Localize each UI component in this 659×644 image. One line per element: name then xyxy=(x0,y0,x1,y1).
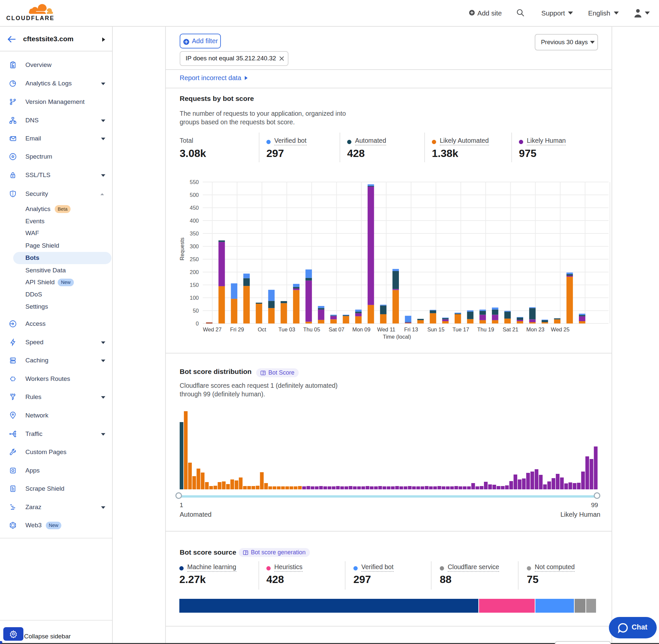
svg-text:50: 50 xyxy=(193,308,199,314)
svg-text:Tue 03: Tue 03 xyxy=(279,326,296,332)
svg-text:Sat 21: Sat 21 xyxy=(503,326,519,332)
svg-text:Mon 09: Mon 09 xyxy=(352,326,371,332)
svg-text:Oct: Oct xyxy=(258,326,266,332)
svg-text:Mon 23: Mon 23 xyxy=(526,326,544,332)
svg-text:Thu 05: Thu 05 xyxy=(303,326,320,332)
svg-text:0: 0 xyxy=(196,321,199,326)
svg-text:Tue 17: Tue 17 xyxy=(452,326,469,332)
svg-text:300: 300 xyxy=(190,243,199,249)
svg-text:550: 550 xyxy=(190,179,199,185)
svg-text:Requests: Requests xyxy=(179,237,185,260)
svg-text:Wed 27: Wed 27 xyxy=(203,326,222,332)
svg-text:Time (local): Time (local) xyxy=(383,334,411,340)
svg-text:Fri 29: Fri 29 xyxy=(230,326,244,332)
svg-text:Wed 25: Wed 25 xyxy=(551,326,570,332)
svg-text:Fri 13: Fri 13 xyxy=(404,326,418,332)
svg-text:450: 450 xyxy=(190,205,199,211)
svg-text:150: 150 xyxy=(190,282,199,288)
svg-text:400: 400 xyxy=(190,217,199,224)
svg-text:Wed 11: Wed 11 xyxy=(377,326,395,332)
svg-text:350: 350 xyxy=(190,230,199,236)
svg-text:500: 500 xyxy=(190,192,199,198)
svg-text:250: 250 xyxy=(190,256,199,262)
svg-text:Sun 15: Sun 15 xyxy=(427,326,444,332)
svg-text:100: 100 xyxy=(190,295,199,301)
svg-text:Thu 19: Thu 19 xyxy=(477,326,494,332)
svg-text:200: 200 xyxy=(190,269,199,275)
svg-text:Sat 07: Sat 07 xyxy=(329,326,345,332)
